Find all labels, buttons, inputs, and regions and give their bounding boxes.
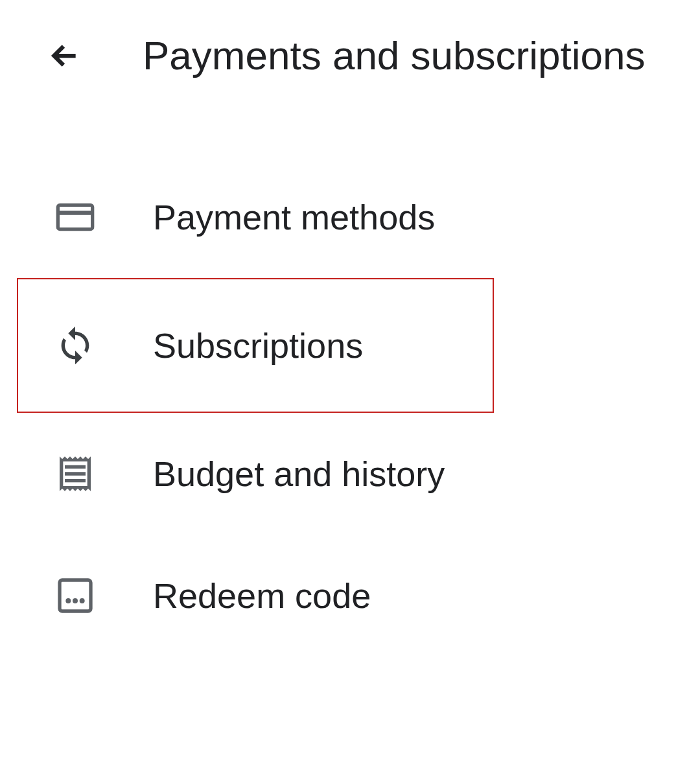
svg-rect-1 [58, 205, 92, 229]
svg-rect-3 [60, 580, 91, 611]
menu-item-payment-methods[interactable]: Payment methods [0, 156, 700, 278]
menu-item-redeem-code[interactable]: Redeem code [0, 535, 700, 657]
menu-item-label: Payment methods [153, 197, 435, 237]
svg-point-5 [73, 598, 78, 603]
menu-item-subscriptions[interactable]: Subscriptions [17, 278, 494, 413]
menu-item-label: Redeem code [153, 576, 371, 616]
svg-point-4 [65, 598, 71, 603]
receipt-icon [54, 453, 96, 495]
code-box-icon [54, 575, 96, 616]
menu-item-label: Subscriptions [153, 325, 363, 366]
menu-item-label: Budget and history [153, 454, 445, 494]
credit-card-icon [54, 196, 96, 238]
arrow-left-icon [49, 40, 81, 72]
back-button[interactable] [45, 36, 84, 75]
menu-item-budget-history[interactable]: Budget and history [0, 413, 700, 535]
header: Payments and subscriptions [0, 0, 700, 91]
page-title: Payments and subscriptions [143, 32, 645, 78]
svg-point-6 [80, 598, 85, 603]
refresh-icon [54, 325, 96, 366]
menu-list: Payment methods Subscriptions Budget and… [0, 156, 700, 657]
